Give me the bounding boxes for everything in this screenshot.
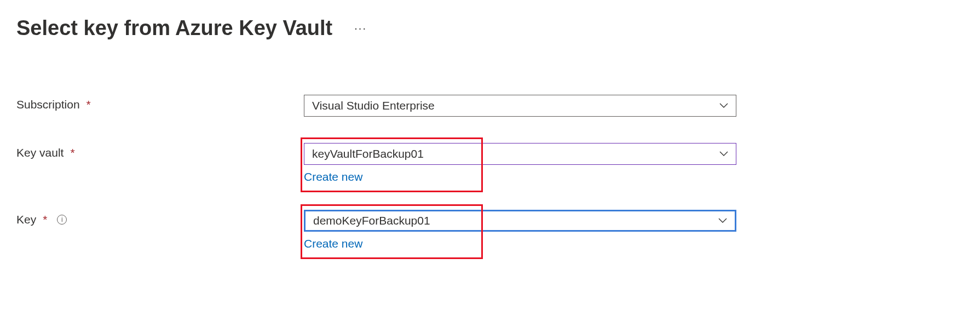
keyvault-field: Key vault* keyVaultForBackup01 Create ne…: [16, 143, 964, 183]
chevron-down-icon: [719, 149, 728, 159]
key-control: demoKeyForBackup01 Create new: [304, 210, 736, 250]
keyvault-create-link[interactable]: Create new: [304, 170, 362, 183]
subscription-value: Visual Studio Enterprise: [312, 99, 435, 112]
subscription-label: Subscription*: [16, 95, 304, 111]
chevron-down-icon: [719, 101, 728, 111]
key-select[interactable]: demoKeyForBackup01: [304, 210, 736, 232]
subscription-select[interactable]: Visual Studio Enterprise: [304, 95, 736, 117]
page-header: Select key from Azure Key Vault ···: [16, 16, 964, 40]
chevron-down-icon: [718, 216, 727, 226]
key-create-link[interactable]: Create new: [304, 237, 362, 250]
key-value: demoKeyForBackup01: [313, 214, 430, 227]
keyvault-control: keyVaultForBackup01 Create new: [304, 143, 736, 183]
subscription-field: Subscription* Visual Studio Enterprise: [16, 95, 964, 117]
required-indicator: *: [43, 213, 47, 226]
keyvault-select[interactable]: keyVaultForBackup01: [304, 143, 736, 165]
keyvault-value: keyVaultForBackup01: [312, 147, 424, 160]
required-indicator: *: [70, 146, 74, 159]
info-icon[interactable]: i: [57, 215, 67, 225]
subscription-control: Visual Studio Enterprise: [304, 95, 736, 117]
required-indicator: *: [87, 98, 91, 111]
key-field: Key* i demoKeyForBackup01 Create new: [16, 210, 964, 250]
page-title: Select key from Azure Key Vault: [16, 16, 332, 40]
more-icon[interactable]: ···: [354, 22, 367, 35]
key-label: Key* i: [16, 210, 304, 226]
keyvault-label: Key vault*: [16, 143, 304, 159]
